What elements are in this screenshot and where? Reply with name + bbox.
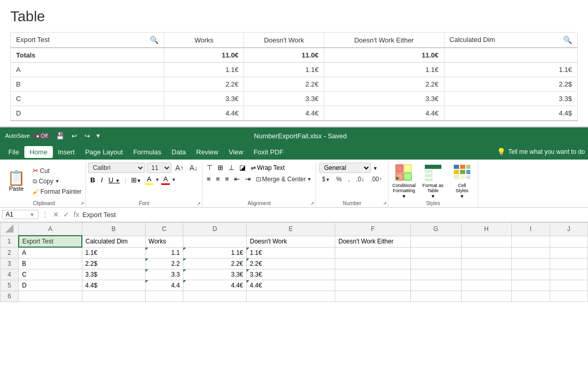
ss-col-b[interactable]: B <box>82 222 145 236</box>
copy-button[interactable]: ⧉ Copy ▼ <box>31 177 83 186</box>
format-painter-button[interactable]: 🖌 Format Painter <box>31 187 83 196</box>
ss-cell-d4[interactable]: 3.3€ <box>183 269 247 280</box>
ss-cell-i1[interactable] <box>512 236 550 247</box>
cell-ref-dropdown[interactable]: ▼ <box>30 212 35 218</box>
ss-cell-d2[interactable]: 1.1€ <box>183 247 247 258</box>
cell-styles-btn[interactable]: CellStyles ▼ <box>449 163 476 200</box>
font-increase-btn[interactable]: A↑ <box>173 163 185 172</box>
align-right-btn[interactable]: ≡ <box>223 174 231 184</box>
ss-col-g[interactable]: G <box>410 222 461 236</box>
ss-cell-e3[interactable]: 2.2€ <box>247 258 335 269</box>
conditional-dropdown[interactable]: ▼ <box>401 194 406 199</box>
insert-function-btn[interactable]: fx <box>73 210 80 219</box>
ss-cell-h4[interactable] <box>461 269 512 280</box>
ss-cell-c3[interactable]: 2.2 <box>145 258 183 269</box>
align-left-btn[interactable]: ≡ <box>205 174 213 184</box>
percent-btn[interactable]: % <box>334 175 345 184</box>
ss-cell-c1[interactable]: Works <box>145 236 183 247</box>
ss-cell-h2[interactable] <box>461 247 512 258</box>
menu-data[interactable]: Data <box>166 146 191 158</box>
formula-input[interactable] <box>82 211 586 219</box>
ss-cell-g4[interactable] <box>410 269 461 280</box>
ss-cell-e1[interactable]: Doesn't Work <box>247 236 335 247</box>
ss-col-e[interactable]: E <box>247 222 335 236</box>
ss-cell-e2[interactable]: 1.1€ <box>247 247 335 258</box>
autosave-toggle[interactable]: ● Off <box>33 133 51 139</box>
ss-cell-c4[interactable]: 3.3 <box>145 269 183 280</box>
ss-cell-c5[interactable]: 4.4 <box>145 280 183 291</box>
cancel-formula-btn[interactable]: ✕ <box>52 210 60 219</box>
ss-cell-e6[interactable] <box>247 291 335 302</box>
ss-cell-i3[interactable] <box>512 258 550 269</box>
ss-cell-a3[interactable]: B <box>19 258 82 269</box>
clipboard-expander[interactable]: ↗ <box>80 201 84 206</box>
ss-col-j[interactable]: J <box>550 222 587 236</box>
ss-cell-j3[interactable] <box>550 258 587 269</box>
undo-btn[interactable]: ↩ <box>69 131 79 141</box>
italic-button[interactable]: I <box>99 176 105 184</box>
currency-btn[interactable]: $▼ <box>319 175 333 184</box>
ss-cell-j4[interactable] <box>550 269 587 280</box>
confirm-formula-btn[interactable]: ✓ <box>62 210 70 219</box>
menu-home[interactable]: Home <box>24 146 53 158</box>
font-decrease-btn[interactable]: A↓ <box>188 163 200 172</box>
ss-cell-g3[interactable] <box>410 258 461 269</box>
ss-cell-f4[interactable] <box>335 269 411 280</box>
search-icon-2[interactable]: 🔍 <box>563 36 572 44</box>
bold-button[interactable]: B <box>88 176 97 184</box>
ss-cell-f2[interactable] <box>335 247 411 258</box>
menu-file[interactable]: File <box>3 146 24 158</box>
paste-button[interactable]: 📋 Paste <box>4 163 28 200</box>
ss-cell-b4[interactable]: 3.3$ <box>82 269 145 280</box>
align-center-btn[interactable]: ≡ <box>214 174 222 184</box>
ss-col-i[interactable]: I <box>512 222 550 236</box>
cell-reference-box[interactable]: A1 ▼ <box>2 210 38 219</box>
ss-cell-g2[interactable] <box>410 247 461 258</box>
ss-cell-a1[interactable]: Export Test <box>19 236 82 247</box>
ss-cell-i4[interactable] <box>512 269 550 280</box>
ss-cell-d5[interactable]: 4.4€ <box>183 280 247 291</box>
comma-btn[interactable]: , <box>346 175 352 184</box>
menu-foxit-pdf[interactable]: Foxit PDF <box>248 146 289 158</box>
redo-btn[interactable]: ↪ <box>82 131 92 141</box>
ss-cell-j5[interactable] <box>550 280 587 291</box>
ss-cell-a4[interactable]: C <box>19 269 82 280</box>
ss-cell-a5[interactable]: D <box>19 280 82 291</box>
number-expander[interactable]: ↗ <box>383 201 387 206</box>
conditional-formatting-btn[interactable]: ▶ ConditionalFormatting ▼ <box>391 163 418 200</box>
ss-cell-b2[interactable]: 1.1€ <box>82 247 145 258</box>
ss-cell-e5[interactable]: 4.4€ <box>247 280 335 291</box>
ss-cell-f3[interactable] <box>335 258 411 269</box>
ss-cell-b3[interactable]: 2.2$ <box>82 258 145 269</box>
align-expander[interactable]: ↗ <box>310 201 314 206</box>
ss-cell-a6[interactable] <box>19 291 82 302</box>
ss-cell-g1[interactable] <box>410 236 461 247</box>
align-top-btn[interactable]: ⊤ <box>205 163 214 172</box>
ss-cell-i6[interactable] <box>512 291 550 302</box>
increase-decimal-btn[interactable]: .00↑ <box>368 175 385 184</box>
ss-cell-d1[interactable] <box>183 236 247 247</box>
ss-cell-h6[interactable] <box>461 291 512 302</box>
merge-dropdown[interactable]: ▼ <box>307 177 312 182</box>
ss-cell-a2[interactable]: A <box>19 247 82 258</box>
decrease-indent-btn[interactable]: ⇤ <box>232 174 242 184</box>
save-icon-btn[interactable]: 💾 <box>54 131 66 141</box>
ss-cell-d3[interactable]: 2.2€ <box>183 258 247 269</box>
ss-cell-e4[interactable]: 3.3€ <box>247 269 335 280</box>
format-as-table-btn[interactable]: Format asTable ▼ <box>420 163 447 200</box>
cell-styles-dropdown[interactable]: ▼ <box>460 194 464 199</box>
ss-cell-j1[interactable] <box>550 236 587 247</box>
ss-col-a[interactable]: A <box>19 222 82 236</box>
font-expander[interactable]: ↗ <box>197 201 201 206</box>
ss-cell-f6[interactable] <box>335 291 411 302</box>
ss-cell-b1[interactable]: Calculated Dim <box>82 236 145 247</box>
fill-color-button[interactable]: A <box>145 175 154 185</box>
ss-cell-f5[interactable] <box>335 280 411 291</box>
ss-cell-b6[interactable] <box>82 291 145 302</box>
ss-cell-h3[interactable] <box>461 258 512 269</box>
number-format-select[interactable]: General <box>319 163 371 173</box>
border-button[interactable]: ⊞▼ <box>129 176 144 184</box>
ss-cell-d6[interactable] <box>183 291 247 302</box>
ss-cell-g5[interactable] <box>410 280 461 291</box>
align-bottom-btn[interactable]: ⊥ <box>226 163 236 172</box>
